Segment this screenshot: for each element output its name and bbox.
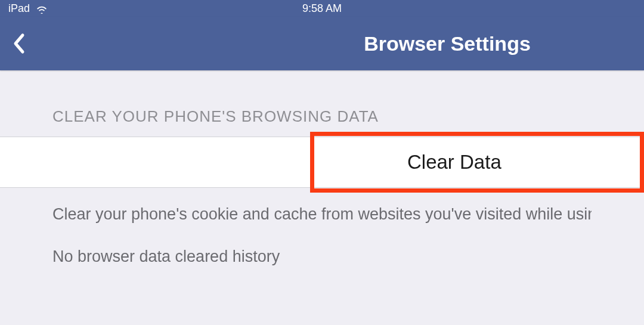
back-button[interactable] [12,29,36,58]
clear-data-row: Clear Data [0,137,644,188]
device-label: iPad [8,2,30,15]
section-description: Clear your phone's cookie and cache from… [0,188,644,268]
clear-data-label: Clear Data [407,151,501,174]
status-bar: iPad 9:58 AM [0,0,644,17]
description-line-1: Clear your phone's cookie and cache from… [52,202,592,227]
chevron-left-icon [12,33,25,54]
status-time: 9:58 AM [302,2,342,15]
clear-data-button[interactable]: Clear Data [310,132,644,193]
description-line-2: No browser data cleared history [52,244,592,269]
wifi-icon [36,4,48,13]
page-title: Browser Settings [364,32,531,55]
nav-bar: Browser Settings [0,17,644,70]
content: CLEAR YOUR PHONE'S BROWSING DATA Clear D… [0,70,644,268]
status-left: iPad [8,2,48,15]
